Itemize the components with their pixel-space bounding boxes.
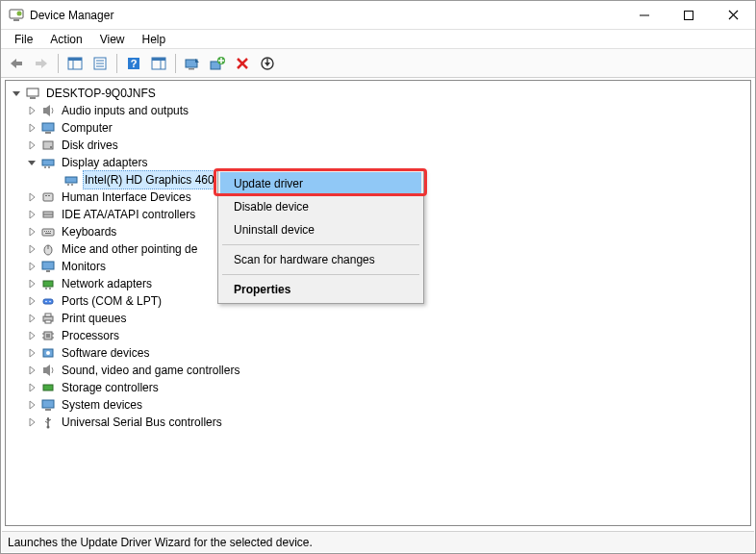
context-menu-update-driver[interactable]: Update driver xyxy=(220,172,421,195)
tree-item-storage[interactable]: Storage controllers xyxy=(8,379,748,396)
software-icon xyxy=(40,345,56,361)
chevron-right-icon[interactable] xyxy=(25,242,38,256)
toolbar-separator xyxy=(116,54,117,73)
back-button[interactable] xyxy=(5,52,28,75)
chevron-right-icon[interactable] xyxy=(25,104,38,117)
minimize-button[interactable] xyxy=(622,1,667,29)
chevron-right-icon[interactable] xyxy=(25,346,38,360)
tree-item-print[interactable]: Print queues xyxy=(8,310,748,327)
chevron-right-icon[interactable] xyxy=(25,398,38,412)
chevron-down-icon[interactable] xyxy=(10,87,23,100)
menu-help[interactable]: Help xyxy=(135,31,174,48)
menu-action[interactable]: Action xyxy=(42,31,89,48)
monitor-icon xyxy=(40,259,56,274)
menu-view[interactable]: View xyxy=(92,31,133,48)
tree-item-processors[interactable]: Processors xyxy=(8,327,748,344)
update-driver-button[interactable] xyxy=(206,52,229,75)
chevron-right-icon[interactable] xyxy=(25,364,38,377)
chevron-right-icon[interactable] xyxy=(25,121,38,135)
scan-hardware-button[interactable] xyxy=(181,52,204,75)
svg-rect-64 xyxy=(45,314,51,316)
chevron-right-icon[interactable] xyxy=(25,294,38,308)
window-buttons xyxy=(622,1,755,29)
svg-rect-43 xyxy=(45,195,47,196)
context-menu-disable-device[interactable]: Disable device xyxy=(220,195,421,218)
svg-rect-56 xyxy=(46,270,50,272)
svg-rect-30 xyxy=(30,97,36,99)
svg-rect-39 xyxy=(65,177,77,183)
tree-item-sound[interactable]: Sound, video and game controllers xyxy=(8,362,748,379)
mouse-icon xyxy=(40,241,56,257)
svg-point-35 xyxy=(50,146,52,148)
chevron-down-icon[interactable] xyxy=(25,156,38,169)
printer-icon xyxy=(40,311,56,326)
status-text: Launches the Update Driver Wizard for th… xyxy=(8,536,313,549)
audio-icon xyxy=(40,103,56,118)
chevron-right-icon[interactable] xyxy=(25,381,38,394)
context-menu-properties[interactable]: Properties xyxy=(220,278,421,301)
app-icon xyxy=(9,8,24,23)
context-menu-uninstall-device[interactable]: Uninstall device xyxy=(220,218,421,241)
statusbar: Launches the Update Driver Wizard for th… xyxy=(2,531,754,552)
tree-item-computer[interactable]: Computer xyxy=(8,119,748,137)
tree-item-audio[interactable]: Audio inputs and outputs xyxy=(8,102,748,119)
maximize-button[interactable] xyxy=(667,1,711,29)
disable-device-button[interactable] xyxy=(256,52,279,75)
tree-item-label: Disk drives xyxy=(60,137,120,154)
disk-icon xyxy=(40,138,56,153)
system-icon xyxy=(40,397,56,413)
port-icon xyxy=(40,293,56,309)
forward-button[interactable] xyxy=(30,52,53,75)
uninstall-device-button[interactable] xyxy=(231,52,254,75)
keyboard-icon xyxy=(40,224,56,239)
menu-file[interactable]: File xyxy=(7,31,40,48)
computer-icon xyxy=(40,120,56,136)
tree-item-label: Intel(R) HD Graphics 460 xyxy=(83,170,216,189)
svg-rect-36 xyxy=(42,160,54,165)
chevron-right-icon[interactable] xyxy=(25,208,38,221)
tree-item-label: Mice and other pointing de xyxy=(60,240,199,258)
chevron-right-icon[interactable] xyxy=(25,416,38,429)
tree-item-disk[interactable]: Disk drives xyxy=(8,137,748,154)
action-pane-button[interactable] xyxy=(147,52,170,75)
chevron-right-icon[interactable] xyxy=(25,312,38,325)
svg-rect-7 xyxy=(15,62,22,65)
tree-item-label: Keyboards xyxy=(60,223,118,240)
tree-item-label: Processors xyxy=(60,327,121,344)
close-button[interactable] xyxy=(711,1,755,29)
toolbar: ? xyxy=(1,49,755,78)
tree-item-software[interactable]: Software devices xyxy=(8,344,748,362)
svg-rect-67 xyxy=(46,334,50,338)
svg-point-2 xyxy=(17,11,22,15)
svg-rect-44 xyxy=(48,195,50,196)
properties-button[interactable] xyxy=(88,52,112,75)
tree-item-system[interactable]: System devices xyxy=(8,396,748,414)
show-hide-console-tree-button[interactable] xyxy=(63,52,87,75)
svg-rect-65 xyxy=(45,320,51,323)
help-button[interactable]: ? xyxy=(122,52,145,75)
chevron-right-icon[interactable] xyxy=(25,190,38,204)
tree-item-usb[interactable]: Universal Serial Bus controllers xyxy=(8,414,748,431)
tree-item-label: Display adapters xyxy=(60,154,149,171)
window-title: Device Manager xyxy=(30,9,622,22)
svg-point-62 xyxy=(49,301,51,303)
tree-root[interactable]: DESKTOP-9Q0JNFS xyxy=(8,85,748,102)
hid-icon xyxy=(40,189,56,205)
display-adapter-icon xyxy=(40,155,56,170)
svg-rect-47 xyxy=(42,229,54,236)
svg-rect-59 xyxy=(49,288,51,290)
svg-rect-51 xyxy=(50,231,51,232)
context-menu-scan[interactable]: Scan for hardware changes xyxy=(220,248,421,271)
chevron-right-icon[interactable] xyxy=(25,277,38,290)
svg-rect-22 xyxy=(189,68,194,70)
chevron-right-icon[interactable] xyxy=(25,225,38,239)
chevron-right-icon[interactable] xyxy=(25,260,38,273)
chevron-right-icon[interactable] xyxy=(25,329,38,342)
network-icon xyxy=(40,276,56,291)
svg-rect-40 xyxy=(67,184,69,186)
chevron-right-icon[interactable] xyxy=(25,138,38,152)
storage-icon xyxy=(40,380,56,395)
tree-item-label: Sound, video and game controllers xyxy=(60,362,241,379)
menubar: File Action View Help xyxy=(1,30,755,49)
svg-rect-31 xyxy=(43,108,46,113)
